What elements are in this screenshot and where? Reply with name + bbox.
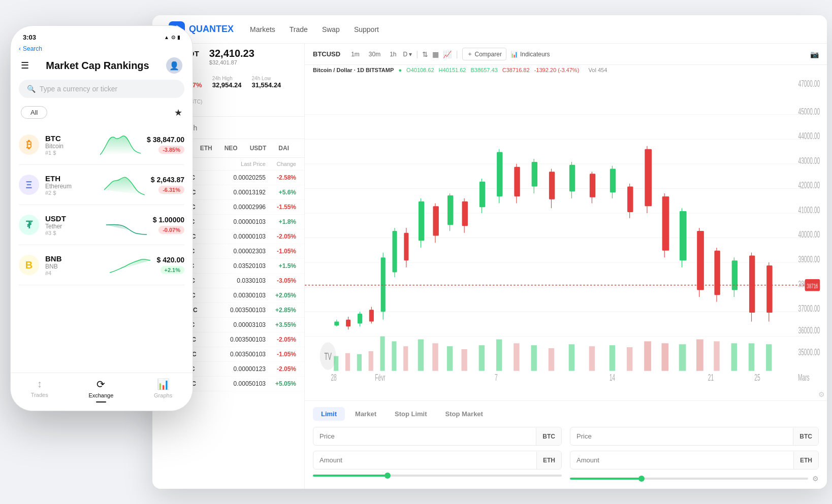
- pair-price: 0.00000103: [217, 218, 266, 225]
- tab-stop-market[interactable]: Stop Market: [437, 407, 491, 421]
- time-1m[interactable]: 1m: [348, 49, 362, 59]
- avatar[interactable]: 👤: [166, 57, 182, 74]
- svg-rect-95: [403, 346, 408, 371]
- filter-all-button[interactable]: All: [21, 106, 47, 119]
- nav-exchange-label: Exchange: [88, 392, 113, 398]
- svg-text:7: 7: [495, 373, 498, 383]
- tab-limit[interactable]: Limit: [313, 407, 345, 421]
- coin-info-btc: BTC Bitcoin #1 $: [45, 134, 94, 156]
- svg-rect-101: [496, 340, 502, 371]
- back-search-bar[interactable]: ‹ Search: [11, 44, 193, 53]
- chart-type-icon-2[interactable]: ▦: [432, 50, 439, 58]
- svg-rect-42: [381, 257, 386, 312]
- time-dropdown[interactable]: D ▾: [403, 51, 412, 58]
- svg-rect-76: [662, 196, 669, 251]
- ticker-stat-high: 24h High 32,954.24: [212, 76, 242, 89]
- indicateurs-icon: 📊: [510, 51, 518, 58]
- phone-frame: 3:03 ▲ ⊙ ▮ ‹ Search ☰ Market Cap Ranking…: [10, 25, 193, 411]
- phone-header: ☰ Market Cap Rankings 👤: [11, 53, 193, 80]
- sell-amount-input[interactable]: [570, 451, 793, 469]
- svg-rect-34: [334, 322, 339, 326]
- settings-icon[interactable]: ⚙: [812, 475, 819, 483]
- buy-amount-input[interactable]: [313, 451, 536, 469]
- phone-search-placeholder: Type a currency or ticker: [40, 85, 117, 93]
- svg-rect-64: [549, 172, 555, 199]
- time-1h[interactable]: 1h: [387, 49, 399, 59]
- sell-price-currency: BTC: [793, 428, 818, 445]
- filter-star-icon[interactable]: ★: [174, 107, 182, 118]
- svg-rect-38: [358, 314, 362, 323]
- pair-price: 0.00000103: [217, 233, 266, 240]
- pair-price: 0.03520103: [217, 262, 266, 270]
- chart-type-icon-3[interactable]: 📈: [443, 50, 452, 58]
- pair-price: 0.00300103: [217, 292, 266, 299]
- pair-change: +1.8%: [266, 218, 296, 225]
- svg-rect-82: [714, 251, 720, 295]
- buy-amount-input-row[interactable]: ETH: [313, 451, 562, 469]
- nav-graphs[interactable]: 📊 Graphs: [154, 378, 172, 402]
- back-label[interactable]: Search: [23, 45, 42, 52]
- ticker-sub-price: $32,401.87: [209, 59, 254, 65]
- list-item[interactable]: B BNB BNB #4 $ 420.00: [19, 245, 184, 285]
- chart-area[interactable]: 47000.00 45000.00 44000.00 43000.00 4200…: [305, 75, 827, 400]
- coin-change: -0.07%: [158, 226, 184, 234]
- menu-icon[interactable]: ☰: [21, 60, 29, 71]
- sell-price-input[interactable]: [570, 427, 793, 445]
- header-change: Change: [266, 161, 296, 167]
- svg-text:28: 28: [331, 373, 336, 383]
- pair-change: +5.05%: [266, 380, 296, 387]
- sell-slider[interactable]: [570, 478, 808, 480]
- coin-symbol: ETH: [45, 174, 98, 183]
- svg-rect-74: [645, 149, 652, 207]
- svg-rect-103: [531, 345, 536, 371]
- list-item[interactable]: ₿ BTC Bitcoin #1 $ $: [19, 125, 184, 165]
- coin-price-info-usdt: $ 1.00000 -0.07%: [153, 216, 184, 234]
- phone-search-bar[interactable]: 🔍 Type a currency or ticker: [19, 80, 184, 98]
- camera-icon[interactable]: 📷: [810, 50, 819, 58]
- pair-change: +3.55%: [266, 321, 296, 328]
- buy-price-input-row[interactable]: BTC: [313, 427, 562, 446]
- tab-eth[interactable]: ETH: [196, 143, 216, 153]
- trades-icon: ↕: [37, 378, 42, 390]
- pair-price: 0.00013192: [217, 189, 266, 196]
- svg-rect-111: [679, 344, 686, 371]
- tab-market[interactable]: Market: [347, 407, 385, 421]
- chart-settings-icon[interactable]: ⚙: [818, 390, 825, 398]
- nav-exchange[interactable]: ⟳ Exchange: [88, 378, 113, 402]
- time-30m[interactable]: 30m: [366, 49, 383, 59]
- list-item[interactable]: ₮ USDT Tether #3 $ $: [19, 205, 184, 245]
- tab-usdt[interactable]: USDT: [246, 143, 271, 153]
- svg-rect-90: [345, 353, 350, 371]
- svg-rect-109: [644, 341, 651, 371]
- chart-info-bar: Bitcoin / Dollar · 1D BITSTAMP ● O40108.…: [305, 65, 827, 75]
- nav-markets[interactable]: Markets: [250, 25, 275, 33]
- buy-price-input[interactable]: [313, 427, 536, 445]
- coin-name: Tether: [45, 223, 100, 230]
- high-label: 24h High: [212, 76, 242, 81]
- tab-neo[interactable]: NEO: [220, 143, 242, 153]
- list-item[interactable]: Ξ ETH Ethereum #2 $ $: [19, 165, 184, 205]
- buy-slider-thumb: [385, 473, 391, 479]
- dropdown-chevron-icon: ▾: [409, 51, 412, 58]
- chart-panel: BTCUSD 1m 30m 1h D ▾ | ⇅ ▦ 📈 | ＋ Compare…: [305, 44, 827, 489]
- nav-trades[interactable]: ↕ Trades: [31, 378, 48, 402]
- nav-trade[interactable]: Trade: [290, 25, 308, 33]
- sell-price-input-row[interactable]: BTC: [570, 427, 819, 446]
- indicateurs-button[interactable]: 📊 Indicateurs: [510, 51, 550, 58]
- tab-stop-limit[interactable]: Stop Limit: [387, 407, 435, 421]
- svg-text:Mars: Mars: [798, 373, 810, 383]
- nav-support[interactable]: Support: [354, 25, 379, 33]
- exchange-icon: ⟳: [97, 378, 105, 390]
- coin-rank: #3 $: [45, 230, 100, 236]
- nav-swap[interactable]: Swap: [322, 25, 340, 33]
- svg-text:21: 21: [708, 373, 714, 383]
- trade-tabs: Limit Market Stop Limit Stop Market: [313, 407, 819, 421]
- sell-amount-input-row[interactable]: ETH: [570, 451, 819, 469]
- signal-icon: ▲: [164, 35, 169, 40]
- chart-vol: Vol 454: [589, 67, 607, 73]
- chart-type-icon-1[interactable]: ⇅: [422, 50, 428, 58]
- buy-slider[interactable]: [313, 475, 562, 477]
- pair-price: 0.0330103: [217, 277, 266, 284]
- tab-dai[interactable]: DAI: [274, 143, 293, 153]
- comparer-button[interactable]: ＋ Comparer: [462, 48, 506, 60]
